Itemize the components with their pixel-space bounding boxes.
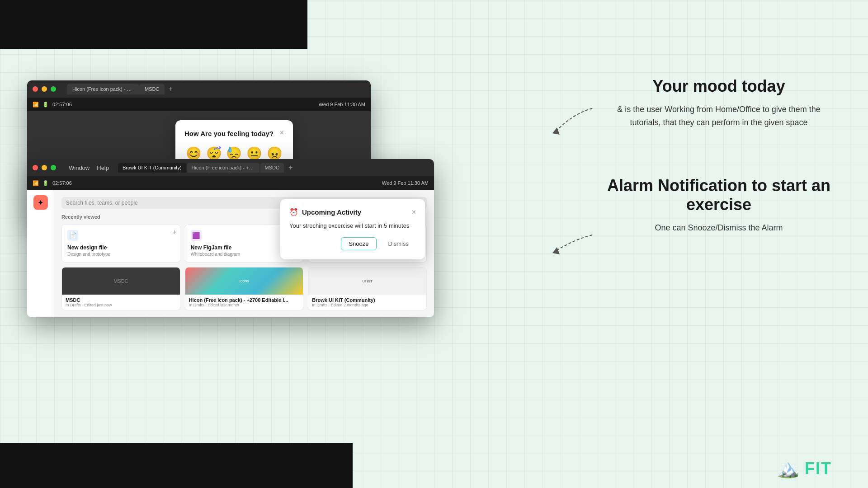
top-black-bar xyxy=(0,0,307,49)
new-design-title: New design file xyxy=(67,244,175,251)
mood-dialog-header: How Are you feeling today? × xyxy=(184,129,284,138)
snooze-button[interactable]: Snooze xyxy=(341,237,376,250)
msdc-meta: In Drafts · Edited just now xyxy=(66,303,176,307)
win2-tab-plus[interactable]: + xyxy=(285,164,296,172)
svg-marker-1 xyxy=(552,247,560,254)
win1-tab-plus[interactable]: + xyxy=(165,85,176,93)
browk-thumb: UI KIT xyxy=(308,267,426,295)
msdc-info: MSDC In Drafts · Edited just now xyxy=(62,295,180,310)
logo-text: FIT xyxy=(805,459,832,478)
win2-tl-green[interactable] xyxy=(51,165,56,170)
hicon-info: Hicon (Free icon pack) - +2700 Editable … xyxy=(185,295,303,310)
recent-hicon[interactable]: Icons Hicon (Free icon pack) - +2700 Edi… xyxy=(185,267,304,310)
browk-info: Browk UI KIT (Community) In Drafts · Edi… xyxy=(308,295,426,310)
wifi-icon: 📶 xyxy=(33,102,39,108)
win1-statusbar: 📶 🔋 02:57:06 Wed 9 Feb 11:30 AM xyxy=(27,98,371,111)
win2-time: 02:57:06 xyxy=(52,180,72,186)
win1-date: Wed 9 Feb 11:30 AM xyxy=(319,102,365,107)
win2-tab-1[interactable]: Browk UI KIT (Community) xyxy=(118,163,186,173)
mood-section-title: Your mood today xyxy=(606,77,832,96)
msdc-title: MSDC xyxy=(66,297,176,303)
alarm-title-row: ⏰ Upcoming Activity xyxy=(289,208,361,216)
new-design-plus[interactable]: + xyxy=(172,228,176,235)
recent-file-cards: MSDC MSDC In Drafts · Edited just now Ic… xyxy=(61,267,427,310)
mood-dialog-title: How Are you feeling today? xyxy=(184,129,274,138)
win2-wifi-icon: 📶 xyxy=(33,180,39,186)
browk-meta: In Drafts · Edited 2 months ago xyxy=(312,303,423,307)
win2-tabs: Browk UI KIT (Community) Hicon (Free ico… xyxy=(118,163,429,173)
alarm-bell-icon: ⏰ xyxy=(289,208,298,216)
win2-statusbar: 📶 🔋 02:57:06 Wed 9 Feb 11:30 AM xyxy=(27,176,434,190)
traffic-light-red[interactable] xyxy=(33,86,38,92)
win2-tl-red[interactable] xyxy=(33,165,38,170)
win1-status-left: 📶 🔋 02:57:06 xyxy=(33,102,72,108)
alarm-section-desc: One can Snooze/Dismiss the Alarm xyxy=(606,221,832,235)
design-icon: 📄 xyxy=(67,230,78,241)
win2-body: ✦ Search files, teams, or people Recentl… xyxy=(27,190,434,317)
figma-window-2: Window Help Browk UI KIT (Community) Hic… xyxy=(27,159,434,317)
win1-tab-2[interactable]: MSDC xyxy=(139,84,165,94)
menu-help[interactable]: Help xyxy=(97,164,109,171)
traffic-light-green[interactable] xyxy=(51,86,56,92)
alarm-dialog: ⏰ Upcoming Activity × Your streching exc… xyxy=(280,199,425,259)
new-design-card[interactable]: + 📄 New design file Design and prototype xyxy=(61,224,180,263)
msdc-thumb: MSDC xyxy=(62,267,180,295)
win2-main: Search files, teams, or people Recently … xyxy=(54,190,434,317)
win2-menu: Window Help xyxy=(69,164,109,171)
mood-section: Your mood today & is the user Working fr… xyxy=(606,77,832,129)
new-design-sub: Design and prototype xyxy=(67,252,175,257)
alarm-close-button[interactable]: × xyxy=(412,208,416,216)
win2-tab-2[interactable]: Hicon (Free icon pack) - +2700 Edit... xyxy=(187,163,259,173)
traffic-light-yellow[interactable] xyxy=(42,86,47,92)
menu-window[interactable]: Window xyxy=(69,164,90,171)
figma-logo: ✦ xyxy=(33,195,48,210)
win2-date: Wed 9 Feb 11:30 AM xyxy=(382,180,429,186)
alarm-buttons: Snooze Dismiss xyxy=(289,237,416,250)
win2-titlebar: Window Help Browk UI KIT (Community) Hic… xyxy=(27,159,434,176)
alarm-section: Alarm Notification to start an exercise … xyxy=(606,176,832,235)
alarm-section-title: Alarm Notification to start an exercise xyxy=(606,176,832,214)
dismiss-button[interactable]: Dismiss xyxy=(381,237,416,250)
win1-tabs: Hicon (Free icon pack) - +2700 Edit... M… xyxy=(67,84,365,94)
win2-sidebar: ✦ xyxy=(27,190,54,317)
alarm-dialog-title: Upcoming Activity xyxy=(302,208,361,216)
win2-tl-yellow[interactable] xyxy=(42,165,47,170)
mood-close-button[interactable]: × xyxy=(280,129,284,136)
alarm-message: Your streching excercise will start in 5… xyxy=(289,222,416,230)
hicon-title: Hicon (Free icon pack) - +2700 Editable … xyxy=(189,297,300,303)
hicon-meta: In Drafts · Edited last month xyxy=(189,303,300,307)
recent-msdc[interactable]: MSDC MSDC In Drafts · Edited just now xyxy=(61,267,180,310)
arrow-alarm xyxy=(547,226,601,262)
figjam-icon: 🟪 xyxy=(191,230,202,241)
win1-tab-1[interactable]: Hicon (Free icon pack) - +2700 Edit... xyxy=(67,84,139,94)
arrow-mood xyxy=(547,104,601,140)
win2-tab-3[interactable]: MSDC xyxy=(260,163,284,173)
win2-battery-icon: 🔋 xyxy=(42,180,49,186)
alarm-dialog-header: ⏰ Upcoming Activity × xyxy=(289,208,416,216)
hicon-thumb: Icons xyxy=(185,267,303,295)
bottom-black-bar xyxy=(0,443,353,488)
svg-marker-0 xyxy=(552,127,560,135)
recent-browk[interactable]: UI KIT Browk UI KIT (Community) In Draft… xyxy=(308,267,427,310)
time-display: 02:57:06 xyxy=(52,102,72,107)
win1-titlebar: Hicon (Free icon pack) - +2700 Edit... M… xyxy=(27,80,371,98)
browk-title: Browk UI KIT (Community) xyxy=(312,297,423,303)
logo-area: 🏔️ FIT xyxy=(777,458,832,479)
logo-icon: 🏔️ xyxy=(777,458,799,479)
battery-icon: 🔋 xyxy=(42,102,49,108)
mood-section-desc: & is the user Working from Home/Office t… xyxy=(606,103,832,129)
